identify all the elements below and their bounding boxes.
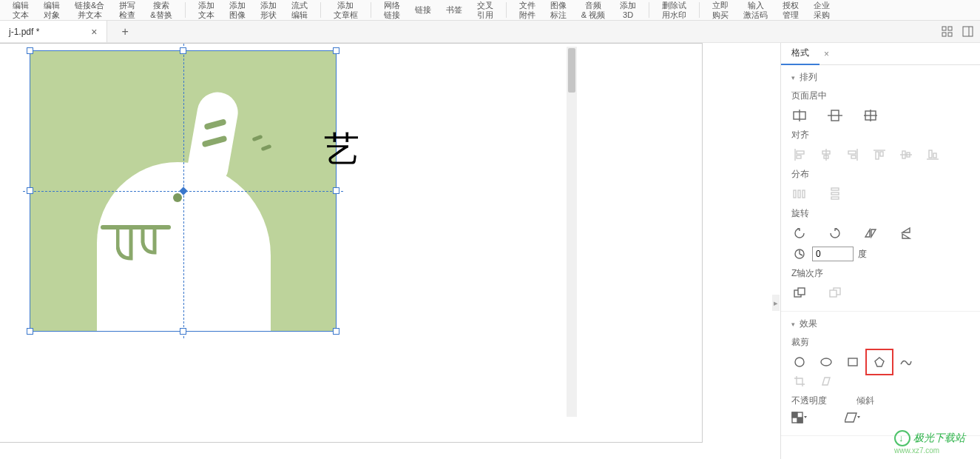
image-selection[interactable] [30, 50, 337, 332]
format-panel: 格式 × ▾排列 页面居中 对齐 分布 [780, 43, 980, 459]
grid-view-icon[interactable] [939, 24, 956, 40]
crop-polygon-icon[interactable] [871, 355, 888, 369]
distribute-label: 分布 [791, 168, 970, 181]
rotate-unit-label: 度 [858, 248, 867, 261]
bring-front-icon[interactable] [791, 286, 808, 301]
svg-rect-1 [948, 27, 952, 30]
align-left-icon[interactable] [791, 147, 808, 162]
resize-handle-bm[interactable] [180, 328, 186, 335]
center-vertical-icon[interactable] [827, 108, 843, 123]
ribbon-item-21[interactable]: 授权管理 [777, 0, 804, 20]
svg-line-39 [800, 254, 802, 255]
center-both-icon[interactable] [862, 108, 879, 123]
crop-circle-icon[interactable] [791, 355, 808, 369]
svg-rect-24 [880, 152, 883, 156]
crop-tool-icon[interactable] [791, 374, 808, 389]
ribbon-toolbar: 编辑文本编辑对象链接&合并文本拼写检查搜索&替换添加文本添加图像添加形状流式编辑… [0, 0, 980, 21]
crop-perspective-icon[interactable] [818, 374, 834, 389]
resize-handle-tr[interactable] [333, 47, 339, 54]
panel-toggle-icon[interactable] [960, 24, 976, 40]
crop-freeform-icon[interactable] [898, 355, 914, 369]
align-right-icon[interactable] [845, 147, 861, 162]
ribbon-item-20[interactable]: 输入激活码 [738, 0, 773, 20]
collapse-arrow-icon[interactable]: ▾ [791, 321, 795, 328]
flip-horizontal-icon[interactable] [862, 226, 879, 241]
flip-vertical-icon[interactable] [898, 226, 914, 241]
crop-rect-icon[interactable] [845, 355, 861, 369]
align-middle-icon[interactable] [898, 147, 914, 162]
scrollbar-thumb[interactable] [568, 48, 575, 93]
rotate-angle-input[interactable] [812, 247, 854, 261]
ribbon-item-13[interactable]: 交叉引用 [472, 0, 499, 20]
svg-point-44 [795, 358, 804, 366]
side-panel-tabs: 格式 × [781, 43, 980, 65]
add-tab-button[interactable]: + [122, 25, 129, 38]
ribbon-item-1[interactable]: 编辑对象 [38, 0, 65, 20]
ribbon-item-18[interactable]: 删除试用水印 [657, 0, 692, 20]
document-tabbar: j-1.pdf * × + [0, 21, 980, 43]
ribbon-item-14[interactable]: 文件附件 [514, 0, 541, 20]
file-tab[interactable]: j-1.pdf * × [0, 21, 107, 42]
rotate-label: 旋转 [791, 207, 970, 220]
resize-handle-br[interactable] [333, 328, 339, 335]
svg-rect-20 [848, 151, 856, 154]
skew-label: 倾斜 [856, 395, 874, 407]
ribbon-item-22[interactable]: 企业采购 [808, 0, 835, 20]
resize-handle-bl[interactable] [27, 328, 33, 335]
svg-rect-4 [963, 27, 973, 36]
ribbon-item-9[interactable]: 添加文章框 [328, 0, 363, 20]
svg-point-45 [821, 358, 831, 366]
center-horizontal-icon[interactable] [791, 108, 808, 123]
ribbon-item-17[interactable]: 添加3D [615, 0, 641, 20]
align-label: 对齐 [791, 129, 970, 141]
distribute-horizontal-icon[interactable] [791, 187, 808, 201]
page-center-label: 页面居中 [791, 90, 970, 102]
rotate-right-icon[interactable] [827, 226, 843, 241]
skew-picker[interactable] [845, 410, 861, 425]
ribbon-item-7[interactable]: 添加形状 [255, 0, 282, 20]
ribbon-item-4[interactable]: 搜索&替换 [145, 0, 177, 20]
align-bottom-icon[interactable] [925, 147, 941, 162]
align-top-icon[interactable] [871, 147, 888, 162]
vertical-scrollbar[interactable] [567, 47, 577, 417]
resize-handle-tm[interactable] [180, 47, 186, 54]
svg-rect-3 [948, 33, 952, 36]
close-tab-icon[interactable]: × [91, 26, 97, 38]
ribbon-item-19[interactable]: 立即购买 [707, 0, 734, 20]
ribbon-item-6[interactable]: 添加图像 [224, 0, 251, 20]
svg-rect-43 [830, 290, 837, 297]
format-tab[interactable]: 格式 [781, 42, 820, 65]
send-back-icon[interactable] [827, 286, 843, 301]
opacity-label: 不透明度 [791, 395, 827, 407]
ribbon-item-8[interactable]: 流式编辑 [286, 0, 313, 20]
resize-handle-mr[interactable] [333, 187, 339, 194]
ribbon-item-12[interactable]: 书签 [441, 0, 467, 20]
ribbon-item-0[interactable]: 编辑文本 [7, 0, 34, 20]
canvas-area[interactable]: 艺 ▸ [0, 43, 780, 459]
collapse-arrow-icon[interactable]: ▾ [791, 74, 795, 81]
page-text: 艺 [324, 126, 359, 173]
close-panel-icon[interactable]: × [824, 49, 829, 59]
align-center-h-icon[interactable] [818, 147, 834, 162]
svg-rect-21 [851, 155, 856, 158]
ribbon-item-10[interactable]: 网络链接 [379, 0, 405, 20]
svg-rect-15 [797, 155, 801, 158]
ribbon-item-16[interactable]: 音频& 视频 [576, 0, 610, 20]
rotate-left-icon[interactable] [791, 226, 808, 241]
ribbon-item-3[interactable]: 拼写检查 [114, 0, 141, 20]
panel-collapse-handle[interactable]: ▸ [772, 295, 780, 311]
effects-section: ▾效果 裁剪 不透明度 倾斜 [781, 312, 980, 436]
resize-handle-tl[interactable] [27, 47, 33, 54]
ribbon-item-11[interactable]: 链接 [410, 0, 436, 20]
crop-ellipse-icon[interactable] [818, 355, 834, 369]
ribbon-item-15[interactable]: 图像标注 [545, 0, 572, 20]
opacity-picker[interactable] [791, 410, 808, 425]
svg-rect-49 [792, 412, 797, 418]
distribute-vertical-icon[interactable] [827, 187, 843, 201]
ribbon-item-5[interactable]: 添加文本 [193, 0, 220, 20]
ribbon-item-2[interactable]: 链接&合并文本 [70, 0, 109, 20]
workspace: 艺 ▸ 格式 × ▾排列 页面居中 对齐 [0, 43, 980, 459]
resize-handle-ml[interactable] [27, 187, 33, 194]
svg-rect-41 [798, 288, 805, 295]
svg-rect-32 [798, 190, 800, 198]
